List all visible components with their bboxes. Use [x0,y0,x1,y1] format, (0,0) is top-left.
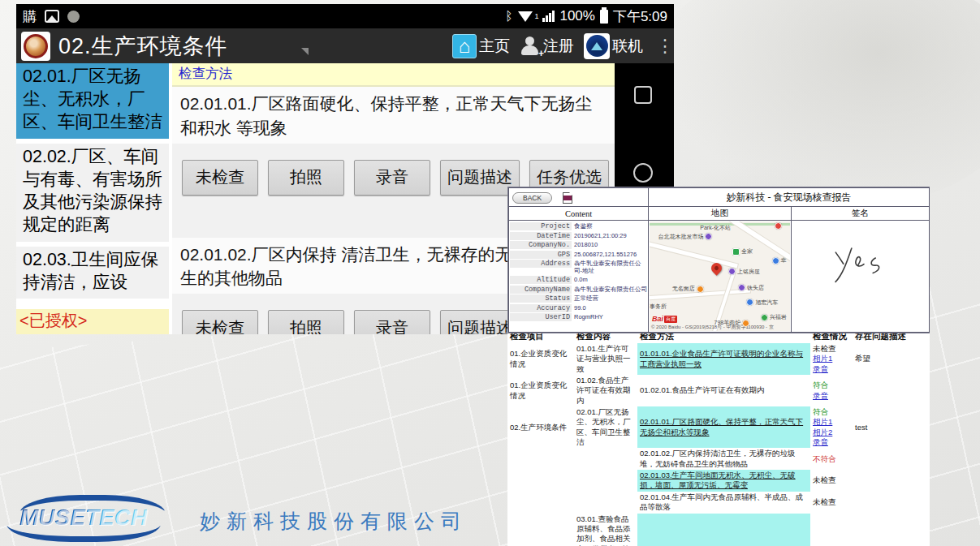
check-method-text: 02.01.01.厂区路面硬化、保持平整，正常天气下无扬尘和积水 等现象 [172,87,615,144]
map-poi [775,222,784,230]
map-label: 事务所 [650,303,667,311]
field-label: UserID [510,313,572,321]
cell-problem: test [853,406,930,448]
battery-icon [600,10,608,24]
cell-content [574,492,637,514]
content-field: CompanyName犇牛乳业泰安有限责任公司 [510,286,647,294]
action-button-录音[interactable]: 录音 [354,160,430,196]
register-button[interactable]: + 注册 [516,34,577,58]
cell-item [507,492,574,514]
action-button-拍照[interactable]: 拍照 [268,160,344,196]
status-text: 未检查 [813,475,850,485]
report-col-map: 地图 [649,207,792,221]
poi-marker-icon [761,314,768,321]
status-link[interactable]: 相片1 [813,354,850,363]
poi-marker-icon [742,320,749,327]
poi-marker-icon [746,299,753,306]
cell-content [574,448,637,470]
bluetooth-icon: ᛒ [505,9,512,24]
table-row: 01.企业资质变化情况01.01.生产许可证与营业执照一致01.01.01.企业… [507,343,930,375]
field-value: 犇牛乳业泰安有限责任公司 [572,286,647,293]
baidu-map[interactable]: Bai 百度 © 2020 Baidu - GS(2019)5218号 - 甲测… [650,221,790,331]
authorized-badge: <已授权> [16,309,169,334]
home-button[interactable]: ⌂ 主页 [449,32,513,60]
field-value: 正常经营 [572,294,598,302]
content-field: GPS25.006872,121.551276 [510,251,647,259]
field-label: DateTime [510,232,572,240]
cell-status: 符合相片1相片2录音 [810,406,853,448]
content-field: Altitude0.0m [510,276,647,284]
table-row: 02.01.02.厂区内保持清洁卫生，无裸存的垃圾堆，无妨碍食品卫生的其他物品不… [507,448,930,470]
back-button[interactable]: BACK [512,192,552,204]
status-link[interactable]: 录音 [813,391,850,401]
cell-problem [853,375,930,406]
sidebar-item[interactable]: 02.02.厂区、车间与有毒、有害场所及其他污染源保持规定的距离 [16,144,169,242]
check-method-item: 02.01.01.厂区路面硬化、保持平整，正常天气下无扬尘和积水 等现象未检查拍… [172,87,615,200]
report-panel: BACK 妙新科技 - 食安现场核查报告 Content 地图 签名 Proje… [507,187,930,333]
poi-marker-icon [728,268,736,275]
clock: 下午5:09 [613,7,667,26]
cell-problem [853,492,930,514]
map-poi: 幸 [772,256,787,264]
map-poi: 旭宏汽车 [746,299,778,307]
status-link[interactable]: 相片2 [813,428,850,437]
recents-icon[interactable] [634,86,652,104]
overflow-menu-icon[interactable]: ⋮ [656,42,669,50]
cell-status: 未检查相片1录音 [810,343,853,375]
field-value: 25.006872,121.551276 [572,251,637,258]
cell-method: 02.01.01.厂区路面硬化、保持平整，正常天气下无扬尘和积水等现象 [637,406,810,448]
signature-area[interactable] [792,221,929,332]
content-field: Accuracy99.0 [510,304,647,312]
title-caret-icon[interactable] [301,48,309,55]
home-circle-icon[interactable] [633,163,653,183]
action-button-录音[interactable]: 录音 [354,310,430,334]
sidebar-item[interactable]: 02.01.厂区无扬尘、无积水，厂区、车间卫生整洁 [16,63,169,139]
wifi-icon [518,11,533,22]
field-label: Address [510,260,572,268]
method-text: 02.01.01.厂区路面硬化、保持平整，正常天气下无扬尘和积水等现象 [640,417,803,436]
status-link[interactable]: 录音 [813,364,850,374]
notification-dot-icon [67,11,80,23]
poi-marker-icon [732,248,740,256]
field-label: Project [510,222,572,230]
map-label: Park-化不站 [700,224,731,232]
section-title: 检查方法 [172,63,615,87]
wifi-badge: 1 [534,12,538,20]
home-icon: ⌂ [452,34,477,58]
field-label: GPS [510,251,572,259]
field-label: CompanyName [510,286,572,294]
method-text: 01.01.01.企业食品生产许可证载明的企业名称与工商营业执照一致 [640,349,803,368]
carrier-glyph: 購 [23,7,37,26]
handwritten-signature [826,243,896,286]
action-button-拍照[interactable]: 拍照 [268,310,344,334]
status-text: 未检查 [813,497,850,507]
report-table-panel: 检查项目检查内容检查方法检查情况存在问题描述 01.企业资质变化情况01.01.… [507,329,930,546]
action-button-未检查[interactable]: 未检查 [182,310,258,334]
register-label: 注册 [543,36,574,57]
content-field: Project食鉴察 [510,222,647,230]
status-text: 未检查 [813,344,850,354]
method-text: 01.02.01.食品生产许可证在有效期内 [640,385,765,394]
content-field: Status正常经营 [510,294,647,303]
brand-name: MUSETECH [19,505,147,531]
pdf-export-icon[interactable] [563,192,572,204]
map-poi: 798羊肉炉 [714,319,750,327]
cell-method: 03.01.01.企业对采购的食品原料、食品添加剂、食品相关产品向供货者索取许可… [637,514,810,546]
status-link[interactable]: 相片1 [813,417,850,427]
action-button-未检查[interactable]: 未检查 [182,160,258,196]
page-title: 02.生产环境条件 [58,32,228,61]
add-user-icon: + [520,36,541,57]
field-label: Altitude [510,276,572,284]
status-bar: 購 ᛒ 1 100% 下午5:09 [16,4,674,28]
online-button[interactable]: 联机 [581,32,646,61]
poi-marker-icon [775,222,782,230]
status-link[interactable]: 录音 [813,437,850,447]
sidebar-item[interactable]: 02.03.卫生间应保持清洁，应设 [16,247,169,299]
status-text: 符合 [813,407,850,417]
content-field: CompanyNo.2018010 [510,241,647,249]
cell-content: 02.01.厂区无扬尘、无积水，厂区、车间卫生整洁 [574,406,637,448]
report-col-signature: 签名 [792,207,930,221]
checklist-sidebar: 02.01.厂区无扬尘、无积水，厂区、车间卫生整洁02.02.厂区、车间与有毒、… [16,63,172,334]
content-field: Address犇牛乳业泰安有限责任公司-地址 [510,260,647,275]
cell-status: 未检查 [810,470,853,492]
